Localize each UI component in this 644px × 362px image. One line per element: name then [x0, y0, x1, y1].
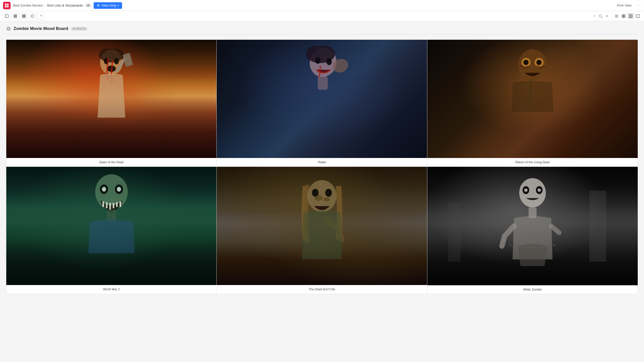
circle-icon [31, 14, 34, 18]
image-whitezombie [427, 167, 638, 285]
eye-icon: 👁 [97, 4, 100, 8]
image-deaddie [217, 167, 427, 285]
help-button[interactable]: ? [37, 13, 45, 20]
view-fullwidth-button[interactable] [634, 13, 641, 19]
frame-tool-button[interactable] [3, 13, 11, 20]
large-grid-icon [629, 14, 632, 18]
cell-label-wwz: World War Z [6, 285, 216, 294]
version-badge: v0 [85, 4, 91, 7]
toolbar: ? − + [0, 11, 644, 21]
moodboard-grid: Dawn of the Dead [6, 39, 638, 294]
grid-cell-rabid: Rabid [217, 40, 427, 167]
breadcrumb-project[interactable]: Best Zombie Movies [13, 4, 43, 7]
whitezombie-figure [474, 173, 591, 279]
zoom-in-button[interactable]: + [604, 13, 610, 19]
svg-rect-9 [22, 15, 25, 15]
svg-rect-1 [7, 4, 9, 5]
svg-rect-2 [5, 6, 7, 7]
svg-rect-29 [9, 29, 10, 30]
grid-cell-wwz: World War Z [6, 167, 217, 294]
logo-icon [5, 3, 9, 8]
chevron-down-icon: ▾ [118, 4, 119, 7]
frame-icon [5, 14, 9, 18]
deaddie-figure [261, 173, 383, 279]
svg-rect-27 [9, 28, 10, 28]
svg-line-14 [601, 17, 602, 18]
circle-tool-button[interactable] [29, 13, 36, 20]
view-compact-button[interactable] [620, 13, 627, 19]
return-figure [475, 47, 590, 151]
svg-point-62 [524, 188, 527, 192]
cell-label-return: Return of the Living Dead [427, 158, 638, 167]
svg-rect-11 [22, 17, 25, 18]
svg-point-33 [114, 58, 119, 64]
image-dawn [6, 40, 216, 158]
svg-rect-4 [5, 15, 8, 18]
board-header: Zombie Movie Mood Board 10 SHOTS [6, 26, 638, 34]
grid-cell-whitezombie: White Zombie [427, 167, 638, 294]
list-tool-button[interactable] [20, 13, 28, 20]
svg-rect-5 [14, 15, 15, 16]
svg-rect-6 [16, 15, 17, 16]
image-rabid [217, 40, 427, 158]
question-icon: ? [40, 14, 42, 18]
moodboard-icon [7, 27, 11, 31]
svg-rect-24 [636, 15, 639, 18]
grid-cell-dawn: Dawn of the Dead [6, 40, 217, 167]
top-nav: Best Zombie Movies › Shot Lists & Storyb… [0, 0, 644, 11]
view-large-grid-button[interactable] [627, 13, 634, 19]
svg-rect-8 [16, 16, 17, 18]
image-return [427, 40, 638, 158]
zoom-icon [599, 14, 603, 18]
svg-rect-23 [631, 15, 632, 18]
svg-point-56 [325, 189, 332, 197]
svg-point-12 [31, 15, 34, 17]
view-toggle-group [613, 13, 641, 19]
toolbar-left: ? [3, 13, 45, 20]
cell-label-dawn: Dawn of the Dead [6, 158, 216, 167]
svg-rect-42 [318, 76, 328, 90]
svg-rect-36 [123, 53, 133, 67]
svg-point-47 [536, 60, 542, 65]
page-content: Zombie Movie Mood Board 10 SHOTS [0, 21, 644, 362]
svg-point-46 [523, 60, 529, 65]
svg-rect-3 [7, 6, 9, 7]
cell-label-deaddie: The Dead Don't Die [217, 285, 427, 294]
svg-rect-10 [22, 16, 25, 16]
breadcrumb-separator: › [44, 4, 45, 7]
compact-view-icon [622, 14, 625, 18]
svg-rect-0 [5, 4, 7, 5]
svg-rect-21 [624, 16, 625, 18]
svg-point-51 [102, 187, 106, 192]
more-options-icon[interactable]: ··· [638, 3, 641, 8]
lines-view-icon [615, 14, 618, 18]
shots-badge: 10 SHOTS [71, 27, 87, 31]
svg-rect-22 [629, 15, 630, 18]
svg-point-58 [323, 197, 330, 202]
view-lines-button[interactable] [613, 13, 620, 19]
svg-point-57 [315, 195, 323, 201]
svg-point-25 [7, 27, 10, 30]
rabid-figure [259, 46, 385, 152]
svg-rect-19 [624, 15, 625, 16]
svg-rect-28 [8, 29, 8, 30]
view-only-button[interactable]: 👁 View Only ▾ [94, 2, 122, 9]
svg-rect-26 [8, 28, 8, 28]
breadcrumb-section: Shot Lists & Storyboards [47, 4, 83, 7]
svg-rect-7 [14, 16, 15, 18]
app-logo [3, 2, 11, 9]
board-icon [6, 26, 11, 31]
svg-point-40 [326, 58, 332, 65]
zoom-out-button[interactable]: − [591, 13, 598, 19]
grid-icon [14, 14, 17, 18]
grid-tool-button[interactable] [12, 13, 19, 20]
fullwidth-icon [636, 14, 639, 18]
grid-cell-deaddie: The Dead Don't Die [217, 167, 427, 294]
grid-cell-return: Return of the Living Dead [427, 40, 638, 167]
toolbar-right: − + [591, 13, 641, 19]
svg-rect-20 [622, 16, 623, 18]
svg-point-52 [117, 187, 121, 192]
print-view-button[interactable]: Print View [615, 3, 633, 8]
board-title: Zombie Movie Mood Board [14, 26, 68, 31]
view-only-label: View Only [102, 4, 116, 7]
